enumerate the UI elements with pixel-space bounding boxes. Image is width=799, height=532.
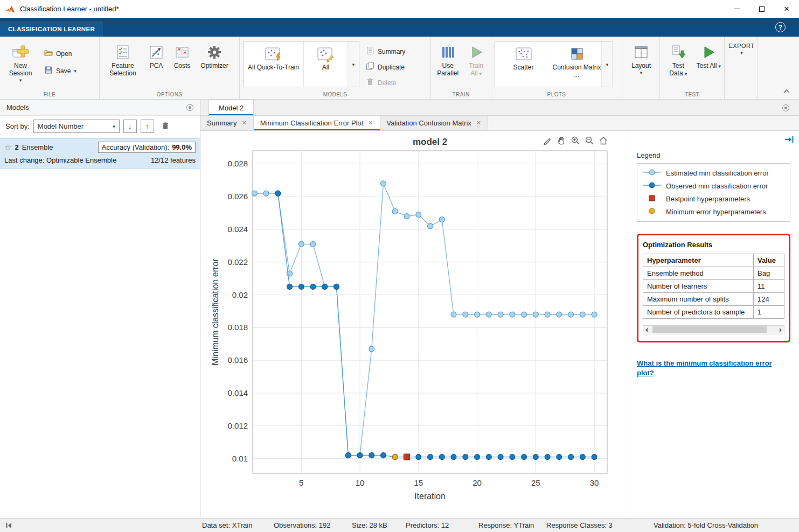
test-all-label: Test All xyxy=(696,62,717,69)
tab-validation-confusion-matrix[interactable]: Validation Confusion Matrix ✕ xyxy=(380,116,489,130)
pca-button[interactable]: PCA xyxy=(145,41,168,89)
plots-gallery: Scatter Confusion Matrix ... ▾ xyxy=(495,41,613,87)
dock-panel-icon[interactable] xyxy=(784,136,794,145)
group-label-models: MODELS xyxy=(240,92,430,97)
scroll-left-icon[interactable] xyxy=(645,328,648,332)
scroll-right-icon[interactable] xyxy=(780,328,782,332)
pca-icon xyxy=(149,43,164,62)
all-quick-to-train-icon xyxy=(265,45,283,64)
titlebar: Classification Learner - untitled* ✕ xyxy=(0,0,799,18)
layout-label: Layout xyxy=(631,62,651,69)
svg-text:0.028: 0.028 xyxy=(227,159,248,168)
document-options-icon[interactable] xyxy=(782,104,789,111)
sort-ascending-button[interactable]: ↑ xyxy=(141,120,154,133)
help-link[interactable]: What is the minimum classification error… xyxy=(637,359,783,378)
save-button[interactable]: Save ▾ xyxy=(44,66,77,76)
new-session-label: New Session xyxy=(3,62,38,77)
maximize-button[interactable] xyxy=(749,0,774,18)
test-data-icon xyxy=(670,43,686,62)
plot-toolbar xyxy=(543,136,608,147)
chevron-down-icon: ▾ xyxy=(113,124,115,129)
legend-title: Legend xyxy=(637,151,790,159)
confusion-matrix-icon xyxy=(569,45,585,64)
duplicate-button[interactable]: Duplicate xyxy=(366,62,405,72)
delete-model-button[interactable] xyxy=(158,122,173,130)
tab-summary[interactable]: Summary ✕ xyxy=(200,116,254,130)
legend-item: Observed min classification error xyxy=(643,182,784,190)
tab-minimum-classification-error-plot[interactable]: Minimum Classification Error Plot ✕ xyxy=(254,116,380,130)
min-classification-error-plot[interactable]: 510152025300.010.0120.0140.0160.0180.020… xyxy=(200,149,628,513)
export-button[interactable]: EXPORT ▾ xyxy=(728,41,755,89)
model-list-item[interactable]: ☆ 2 Ensemble Accuracy (Validation): 99.0… xyxy=(0,138,200,169)
observed-error-marker-icon xyxy=(643,182,661,190)
status-size: Size: 28 kB xyxy=(352,521,387,529)
pan-hand-icon[interactable] xyxy=(557,136,566,147)
home-restore-view-icon[interactable] xyxy=(599,136,608,147)
tab-classification-learner[interactable]: CLASSIFICATION LEARNER xyxy=(0,21,103,37)
ribbon-group-file: New Session ▾ Open Save ▾ FIL xyxy=(0,37,100,99)
minimize-button[interactable] xyxy=(725,0,749,18)
close-tab-icon[interactable]: ✕ xyxy=(242,120,247,127)
test-data-button[interactable]: Test Data▾ xyxy=(663,41,693,89)
panel-options-icon[interactable] xyxy=(186,104,193,111)
svg-text:0.018: 0.018 xyxy=(227,323,248,332)
table-row: Ensemble method Bag xyxy=(643,267,784,280)
models-panel-header: Models xyxy=(0,100,200,116)
duplicate-icon xyxy=(366,62,374,72)
all-models-icon xyxy=(317,45,335,64)
layout-button[interactable]: Layout ▾ xyxy=(626,41,657,89)
sort-by-select[interactable]: Model Number ▾ xyxy=(33,120,120,133)
ribbon-group-test: Test Data▾ Test All▾ TEST xyxy=(660,37,725,99)
status-dataset: Data set: XTrain xyxy=(202,521,252,529)
models-gallery-dropdown[interactable]: ▾ xyxy=(348,41,359,87)
summary-button[interactable]: Summary xyxy=(366,46,405,57)
optimizer-label: Optimizer xyxy=(200,62,228,69)
horizontal-scrollbar[interactable] xyxy=(643,325,784,334)
ribbon-tabstrip: CLASSIFICATION LEARNER ? xyxy=(0,18,799,37)
use-parallel-button[interactable]: Use Parallel xyxy=(434,41,461,89)
feature-selection-icon xyxy=(115,43,130,62)
collapse-ribbon-button[interactable] xyxy=(783,87,790,95)
plots-gallery-dropdown[interactable]: ▾ xyxy=(602,41,613,87)
all-models-button[interactable]: All xyxy=(304,41,348,87)
costs-button[interactable]: Costs xyxy=(170,41,194,89)
legend-item: Estimated min classification error xyxy=(643,169,784,177)
favorite-star-icon[interactable]: ☆ xyxy=(4,143,11,152)
zoom-out-icon[interactable] xyxy=(585,136,594,147)
optimization-results-title: Optimization Results xyxy=(643,241,784,249)
estimated-error-marker-icon xyxy=(643,169,661,177)
open-button[interactable]: Open xyxy=(44,48,77,59)
zoom-in-icon[interactable] xyxy=(571,136,580,147)
sort-descending-button[interactable]: ↓ xyxy=(123,120,137,133)
help-button[interactable]: ? xyxy=(775,22,786,32)
maximize-icon xyxy=(759,6,765,12)
ribbon-toolbar: New Session ▾ Open Save ▾ FIL xyxy=(0,37,799,100)
tab-model-2[interactable]: Model 2 xyxy=(209,100,254,115)
ribbon-spacer xyxy=(758,37,799,99)
group-label-file: FILE xyxy=(0,92,99,97)
feature-selection-label: Feature Selection xyxy=(103,62,143,77)
group-label-options: OPTIONS xyxy=(100,92,239,97)
accuracy-value: 99.0% xyxy=(172,143,192,151)
feature-selection-button[interactable]: Feature Selection xyxy=(103,41,143,89)
close-tab-icon[interactable]: ✕ xyxy=(476,120,481,127)
close-tab-icon[interactable]: ✕ xyxy=(368,120,373,127)
confusion-matrix-button[interactable]: Confusion Matrix ... xyxy=(552,41,602,87)
svg-text:15: 15 xyxy=(414,478,423,487)
edit-plot-icon[interactable] xyxy=(543,136,552,147)
collapse-panel-icon[interactable] xyxy=(5,522,12,530)
test-all-icon xyxy=(701,43,716,62)
close-button[interactable]: ✕ xyxy=(774,0,799,18)
optimizer-button[interactable]: Optimizer xyxy=(197,41,232,89)
new-session-button[interactable]: New Session ▾ xyxy=(3,41,38,89)
chevron-down-icon: ▾ xyxy=(19,78,22,83)
scrollbar-thumb[interactable] xyxy=(652,326,767,333)
test-all-button[interactable]: Test All▾ xyxy=(695,41,722,89)
all-quick-to-train-button[interactable]: All Quick-To-Train xyxy=(244,41,304,87)
open-label: Open xyxy=(56,50,72,58)
scatter-plot-button[interactable]: Scatter xyxy=(495,41,552,87)
all-quick-to-train-label: All Quick-To-Train xyxy=(248,64,299,71)
save-dropdown-icon[interactable]: ▾ xyxy=(74,69,77,74)
column-header: Hyperparameter xyxy=(643,254,754,267)
ribbon-group-models: All Quick-To-Train All ▾ Summary xyxy=(240,37,431,99)
